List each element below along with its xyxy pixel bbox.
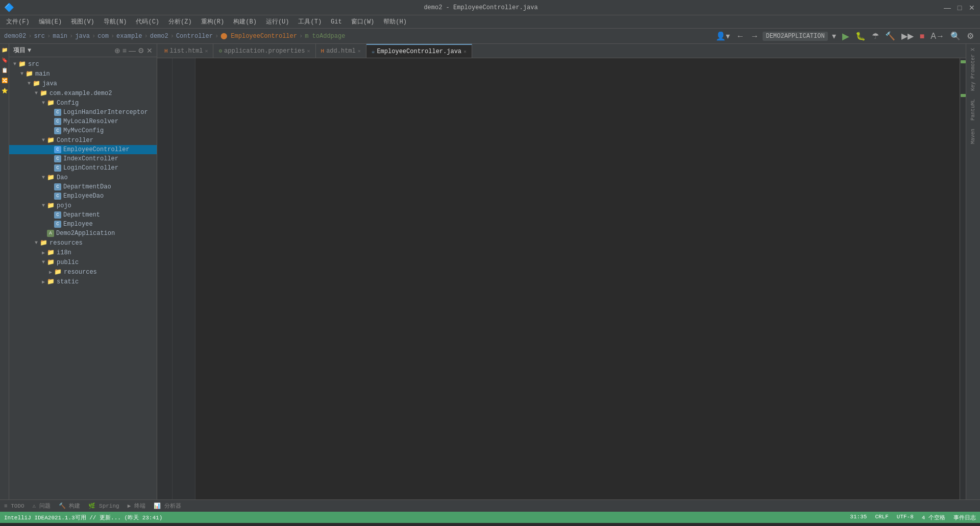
nav-java[interactable]: java — [75, 33, 90, 40]
indent-info[interactable]: 4 个空格 — [922, 514, 945, 521]
menu-item[interactable]: 导航(N) — [100, 16, 131, 28]
tree-item-controller[interactable]: ▼📁Controller — [9, 135, 157, 145]
tree-item-main[interactable]: ▼📁main — [9, 69, 157, 79]
tree-item-static[interactable]: ▶📁static — [9, 277, 157, 286]
tree-item-com.example.demo2[interactable]: ▼📁com.example.demo2 — [9, 88, 157, 98]
stop-button[interactable]: ■ — [918, 31, 927, 42]
coverage-button[interactable]: ☂ — [870, 30, 881, 42]
code-content[interactable] — [195, 58, 960, 499]
menu-item[interactable]: 帮助(H) — [379, 16, 411, 28]
tree-item-loginhandlerinterceptor[interactable]: CLoginHandlerInterceptor — [9, 108, 157, 117]
menu-item[interactable]: 编辑(E) — [35, 16, 66, 28]
menu-item[interactable]: 窗口(W) — [347, 16, 379, 28]
debug-button[interactable]: 🐛 — [853, 30, 868, 42]
menu-item[interactable]: 视图(V) — [67, 16, 99, 28]
close-button[interactable]: ✕ — [968, 4, 976, 12]
expand-button[interactable]: ≡ — [122, 46, 127, 55]
tab-close-3[interactable]: ✕ — [358, 48, 361, 54]
code-container[interactable] — [157, 58, 966, 499]
minimize-button[interactable]: — — [943, 4, 951, 12]
tab-application-properties[interactable]: ⚙ application.properties ✕ — [213, 44, 315, 58]
nav-src[interactable]: src — [34, 33, 45, 40]
config-dropdown[interactable]: ▾ — [830, 30, 838, 42]
tab-close-4[interactable]: ✕ — [463, 49, 467, 55]
bottom-terminal[interactable]: ▶ 终端 — [128, 502, 145, 510]
tree-item-src[interactable]: ▼📁src — [9, 59, 157, 69]
vcs-button[interactable]: 👤▾ — [714, 30, 732, 42]
line-separator[interactable]: CRLF — [875, 514, 888, 521]
tree-item-i18n[interactable]: ▶📁i18n — [9, 248, 157, 257]
tree-item-demo2application[interactable]: ADemo2Application — [9, 229, 157, 238]
right-panel-pantuml[interactable]: PantuML — [968, 97, 978, 123]
right-panel-key-promoter[interactable]: Key Promoter X — [968, 46, 978, 93]
menu-item[interactable]: 工具(T) — [294, 16, 326, 28]
nav-method[interactable]: m toAddpage — [305, 33, 345, 40]
back-button[interactable]: ← — [734, 31, 746, 42]
tree-item-departmentdao[interactable]: CDepartmentDao — [9, 182, 157, 192]
tab-add-html[interactable]: H add.html ✕ — [316, 44, 366, 58]
maximize-button[interactable]: □ — [955, 4, 964, 12]
tree-item-indexcontroller[interactable]: CIndexController — [9, 154, 157, 163]
event-log[interactable]: 事件日志 — [953, 514, 976, 521]
charset[interactable]: UTF-8 — [897, 514, 914, 521]
bottom-build[interactable]: 🔨 构建 — [59, 502, 81, 510]
search-button[interactable]: 🔍 — [948, 30, 963, 42]
tree-item-resources[interactable]: ▼📁resources — [9, 238, 157, 248]
menu-item[interactable]: 运行(U) — [262, 16, 293, 28]
tab-list-html[interactable]: H list.html ✕ — [159, 44, 213, 58]
bottom-todo[interactable]: ≡ TODO — [4, 503, 24, 509]
more-run-btn[interactable]: ▶▶ — [899, 30, 916, 42]
tab-close-1[interactable]: ✕ — [205, 48, 208, 54]
tree-item-logincontroller[interactable]: CLoginController — [9, 163, 157, 173]
nav-project[interactable]: demo02 — [4, 33, 26, 40]
nav-class[interactable]: ⬤ EmployeeController — [220, 32, 297, 40]
sidebar-icon-2[interactable]: 🔖 — [1, 56, 9, 64]
settings-button[interactable]: ⚙ — [965, 30, 976, 42]
sidebar-icon-5[interactable]: ⭐ — [1, 87, 9, 95]
tree-item-department[interactable]: CDepartment — [9, 210, 157, 220]
translate-button[interactable]: A→ — [928, 31, 946, 42]
tab-close-2[interactable]: ✕ — [307, 48, 310, 54]
bottom-spring[interactable]: 🌿 Spring — [88, 503, 119, 509]
tree-item-java[interactable]: ▼📁java — [9, 79, 157, 88]
tree-item-resources[interactable]: ▶📁resources — [9, 267, 157, 277]
panel-dropdown[interactable]: ▼ — [28, 47, 31, 54]
nav-com[interactable]: com — [97, 33, 109, 40]
menu-item[interactable]: 分析(Z) — [164, 16, 196, 28]
nav-main[interactable]: main — [53, 33, 67, 40]
sidebar-icon-3[interactable]: 📋 — [1, 66, 9, 75]
collapse-button[interactable]: — — [129, 46, 136, 55]
sidebar-icon-4[interactable]: 🔀 — [1, 77, 9, 85]
settings-tree-button[interactable]: ⚙ — [138, 46, 144, 55]
tab-employee-controller[interactable]: ☕ EmployeeController.java ✕ — [366, 44, 472, 58]
menu-item[interactable]: Git — [327, 17, 346, 27]
tree-item-config[interactable]: ▼📁Config — [9, 98, 157, 108]
cursor-position[interactable]: 31:35 — [850, 514, 867, 521]
tree-item-employeecontroller[interactable]: CEmployeeController — [9, 145, 157, 154]
menu-item[interactable]: 代码(C) — [132, 16, 163, 28]
run-config-name[interactable]: DEMO2APPLICATION — [763, 32, 827, 41]
forward-button[interactable]: → — [748, 31, 761, 42]
nav-controller[interactable]: Controller — [176, 33, 213, 40]
close-panel-button[interactable]: ✕ — [146, 46, 153, 55]
run-button[interactable]: ▶ — [840, 30, 851, 43]
tree-item-public[interactable]: ▼📁public — [9, 257, 157, 267]
right-panel-maven[interactable]: Maven — [968, 127, 978, 146]
menu-item[interactable]: 构建(B) — [229, 16, 261, 28]
tree-item-mylocalresolver[interactable]: CMyLocalResolver — [9, 117, 157, 126]
menu-item[interactable]: 重构(R) — [197, 16, 229, 28]
tree-item-employee[interactable]: CEmployee — [9, 220, 157, 229]
tree-item-mymvcconfig[interactable]: CMyMvcConfig — [9, 126, 157, 135]
menu-item[interactable]: 文件(F) — [2, 16, 34, 28]
nav-demo2[interactable]: demo2 — [150, 33, 168, 40]
tree-item-pojo[interactable]: ▼📁pojo — [9, 201, 157, 210]
tree-item-employeedao[interactable]: CEmployeeDao — [9, 192, 157, 201]
bottom-profiler[interactable]: 📊 分析器 — [154, 502, 181, 510]
tree-label: src — [28, 61, 39, 68]
nav-example[interactable]: example — [116, 33, 142, 40]
build-button[interactable]: 🔨 — [883, 30, 897, 42]
tree-item-dao[interactable]: ▼📁Dao — [9, 173, 157, 182]
bottom-problems[interactable]: ⚠ 问题 — [33, 502, 51, 510]
sidebar-icon-1[interactable]: 📁 — [1, 46, 9, 54]
locate-button[interactable]: ⊕ — [114, 46, 120, 55]
